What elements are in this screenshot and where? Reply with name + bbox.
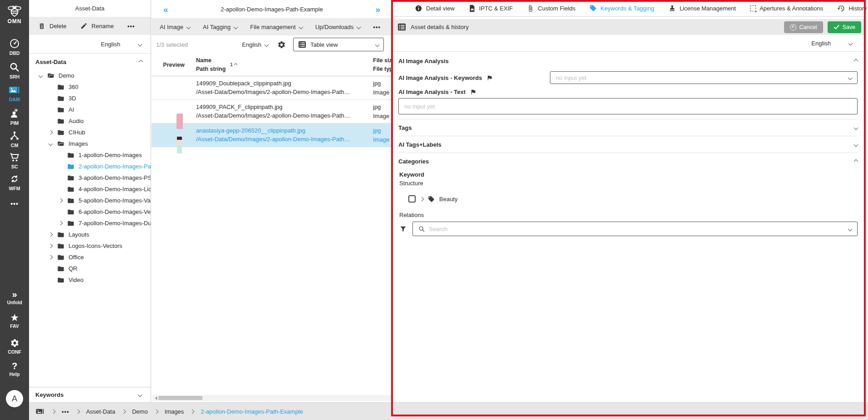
table-row[interactable]: 149909_PACK_F_clippinpath.jpg /Asset-Dat… <box>152 100 392 124</box>
folder-open-icon <box>57 140 65 148</box>
rename-button[interactable]: Rename <box>80 22 114 30</box>
rail-item-label: CONF <box>8 349 21 355</box>
scroll-left-arrow-icon[interactable] <box>153 396 157 400</box>
tree-item-layouts[interactable]: Layouts <box>29 229 151 240</box>
tab-iptc-exif[interactable]: IPTC & EXIF <box>469 5 513 12</box>
toolbar-more-button[interactable]: ••• <box>373 24 381 30</box>
tab-detail-view[interactable]: Detail view <box>415 5 455 12</box>
breadcrumb-images[interactable]: Images <box>165 408 184 415</box>
tree-root-header[interactable]: Asset-Data <box>29 53 151 70</box>
chevron-down-icon[interactable] <box>265 42 269 47</box>
tree-item-7-apollon[interactable]: 7-apollon-Demo-Images-Duplicates <box>29 217 151 229</box>
breadcrumb-asset-data[interactable]: Asset-Data <box>86 408 115 415</box>
rail-item-more[interactable]: ••• <box>0 200 29 208</box>
column-header-file[interactable]: File size File type <box>373 56 392 74</box>
rail-item-unfold[interactable]: » Unfold <box>0 290 29 305</box>
rail-item-dbd[interactable]: DBD <box>0 38 29 56</box>
menu-up-downloads[interactable]: Up/Downloads <box>315 24 361 30</box>
collapse-right-icon[interactable]: » <box>375 5 380 14</box>
tree-more-button[interactable]: ••• <box>128 23 135 30</box>
list-language-value[interactable]: English <box>242 41 261 48</box>
horizontal-scrollbar[interactable] <box>152 395 391 401</box>
tree-item-3d[interactable]: 3D <box>29 93 151 104</box>
menu-ai-tagging[interactable]: AI Tagging <box>203 24 237 30</box>
tree-item-ai[interactable]: AI <box>29 104 151 115</box>
rail-item-help[interactable]: ? Help <box>0 362 29 377</box>
chevron-down-icon <box>49 142 53 146</box>
tree-item-4-apollon[interactable]: 4-apollon-Demo-Images-License <box>29 183 151 195</box>
tree-item-6-apollon[interactable]: 6-apollon-Demo-Images-Versions <box>29 206 151 217</box>
rail-item-conf[interactable]: CONF <box>0 338 29 355</box>
tree-language-select[interactable]: English <box>29 35 151 53</box>
rail-item-cm[interactable]: CM <box>0 130 29 148</box>
scrollbar-thumb[interactable] <box>158 396 202 400</box>
section-categories[interactable]: Categories <box>398 153 858 169</box>
details-language-select[interactable]: English <box>392 35 865 52</box>
tree-item-2-apollon-selected[interactable]: 2-apollon-Demo-Images-Path-Example <box>29 161 151 172</box>
tab-apertures-annotations[interactable]: Apertures & Annotations <box>750 5 823 12</box>
save-button[interactable]: Save <box>828 21 862 33</box>
rail-item-sc[interactable]: SC <box>0 152 29 169</box>
menu-ai-image[interactable]: AI Image <box>160 24 190 30</box>
tree-item-1-apollon[interactable]: 1-apollon-Demo-Images <box>29 149 151 161</box>
tree-item-3-apollon[interactable]: 3-apollon-Demo-Images-PSD-Example <box>29 172 151 183</box>
cancel-button[interactable]: ✕ Cancel <box>784 21 823 33</box>
tree-item-demo[interactable]: Demo <box>29 70 151 81</box>
tab-keywords-tagging-active[interactable]: Keywords & Tagging <box>589 5 654 12</box>
tree-item-video[interactable]: Video <box>29 274 151 286</box>
tree-item-label: 6-apollon-Demo-Images-Versions <box>78 208 151 215</box>
rail-item-pim[interactable]: P PIM <box>0 108 29 126</box>
relations-search-input[interactable]: Search <box>412 222 858 236</box>
section-label: Tags <box>398 124 412 131</box>
table-row[interactable]: 149909_Doublepack_clippinpath.jpg /Asset… <box>152 76 392 100</box>
delete-button[interactable]: Delete <box>38 22 67 30</box>
tree-item-audio[interactable]: Audio <box>29 115 151 127</box>
rail-item-srh[interactable]: SRH <box>0 62 29 79</box>
folder-open-icon <box>47 72 55 79</box>
section-tags[interactable]: Tags <box>398 119 858 136</box>
search-placeholder: Search <box>429 226 447 232</box>
filter-funnel-icon[interactable] <box>399 225 407 232</box>
column-header-preview[interactable]: Preview <box>152 62 196 68</box>
app-logo[interactable]: OMN <box>0 4 29 25</box>
rail-item-label: Help <box>10 371 20 377</box>
ai-text-input[interactable]: no input yet <box>398 98 858 114</box>
tree-item-5-apollon[interactable]: 5-apollon-Demo-Images-Variants <box>29 195 151 206</box>
category-item-label[interactable]: Beauty <box>439 196 457 203</box>
chevron-right-icon[interactable] <box>420 197 424 201</box>
breadcrumb-current[interactable]: 2-apollon-Demo-Images-Path-Example <box>201 408 303 415</box>
tree-item-cihub[interactable]: CIHub <box>29 127 151 138</box>
folder-title: 2-apollon-Demo-Images-Path-Example <box>168 6 376 13</box>
user-avatar[interactable]: A <box>6 390 23 407</box>
tree-item-images[interactable]: Images <box>29 138 151 149</box>
section-ai-tags-labels[interactable]: AI Tags+Labels <box>398 136 858 153</box>
folder-icon <box>67 174 75 182</box>
tree-toolbar: Delete Rename ••• <box>29 17 151 35</box>
ai-keywords-select[interactable]: no input yet <box>550 71 858 84</box>
breadcrumb-root-image-icon[interactable] <box>35 407 45 415</box>
column-header-file-size: File size <box>373 56 392 65</box>
rail-item-dam-active[interactable]: DAM <box>0 84 29 102</box>
tree-item-office[interactable]: Office <box>29 252 151 263</box>
list-settings-gear-icon[interactable] <box>277 40 286 49</box>
category-checkbox[interactable] <box>408 195 416 203</box>
table-row-selected[interactable]: anastasiya-gepp-206520__clippinpath.jpg … <box>152 124 392 147</box>
tab-history-lock[interactable]: History & Lock-St… <box>837 5 868 12</box>
tree-item-logos[interactable]: Logos-Icons-Vectors <box>29 240 151 252</box>
menu-file-management[interactable]: File management <box>250 24 302 30</box>
breadcrumb-demo[interactable]: Demo <box>132 408 148 415</box>
tree-item-qr[interactable]: QR <box>29 263 151 274</box>
rail-item-fav[interactable]: ★ FAV <box>0 314 29 329</box>
tab-license-management[interactable]: License Management <box>668 5 736 12</box>
tab-custom-fields[interactable]: Custom Fields <box>527 5 575 12</box>
section-ai-image-analysis[interactable]: AI Image Analysis <box>398 52 858 70</box>
rail-item-wfm[interactable]: WFM <box>0 173 29 191</box>
keywords-section-header[interactable]: Keywords <box>29 387 151 402</box>
folder-icon <box>67 163 75 170</box>
relations-label: Relations <box>398 209 858 220</box>
view-mode-select[interactable]: Table view <box>293 38 384 51</box>
breadcrumb-more[interactable]: ••• <box>62 408 69 415</box>
collapse-left-icon[interactable]: « <box>163 5 168 14</box>
tree-item-360[interactable]: 360 <box>29 81 151 93</box>
column-header-name-path[interactable]: Name Path string 1 <box>196 56 373 74</box>
